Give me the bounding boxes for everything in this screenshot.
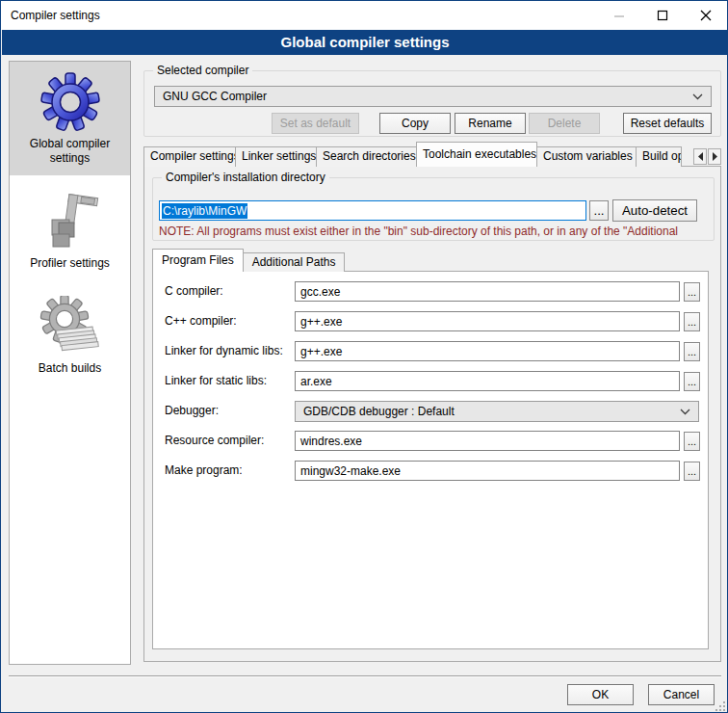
program-files-panel: C compiler: gcc.exe ... C++ compiler: g+… [152, 271, 709, 649]
make-program-input[interactable]: mingw32-make.exe [295, 461, 680, 481]
tab-scroll-controls [693, 148, 721, 165]
program-files-tabs: Program Files Additional Paths [152, 249, 344, 272]
compiler-settings-dialog: Compiler settings Global compiler settin… [0, 0, 728, 713]
form-row-make-program: Make program: mingw32-make.exe ... [153, 461, 708, 482]
rename-button[interactable]: Rename [455, 113, 526, 134]
field-label: Debugger: [165, 404, 219, 417]
titlebar: Compiler settings [1, 1, 727, 30]
chevron-down-icon [680, 409, 690, 415]
chevron-down-icon [692, 93, 703, 100]
gray-gear-stack-icon [39, 296, 101, 357]
browse-static-linker-button[interactable]: ... [684, 372, 700, 391]
dynamic-linker-input[interactable]: g++.exe [295, 341, 680, 361]
c-compiler-input[interactable]: gcc.exe [295, 281, 680, 302]
browse-dynamic-linker-button[interactable]: ... [684, 342, 700, 361]
sidebar-item-batch-builds[interactable]: Batch builds [10, 286, 130, 385]
settings-category-list: Global compiler settings Profiler settin… [9, 61, 131, 665]
ok-button[interactable]: OK [567, 684, 634, 705]
footer-divider [9, 675, 721, 677]
browse-make-program-button[interactable]: ... [684, 462, 700, 481]
field-value: windres.exe [300, 435, 362, 448]
installation-directory-input[interactable]: C:\raylib\MinGW [159, 200, 586, 221]
tab-search-directories[interactable]: Search directories [316, 146, 417, 167]
page-title: Global compiler settings [2, 30, 728, 55]
browse-cpp-compiler-button[interactable]: ... [684, 312, 700, 331]
field-label: Make program: [165, 463, 243, 477]
close-button[interactable] [684, 1, 727, 29]
set-as-default-button[interactable]: Set as default [272, 113, 359, 134]
tab-additional-paths[interactable]: Additional Paths [243, 252, 346, 272]
form-row-dynamic-linker: Linker for dynamic libs: g++.exe ... [153, 341, 708, 362]
field-label: C++ compiler: [165, 314, 237, 328]
arrow-left-icon [697, 152, 704, 161]
minimize-button[interactable] [597, 1, 640, 29]
form-row-static-linker: Linker for static libs: ar.exe ... [153, 371, 708, 392]
compiler-select[interactable]: GNU GCC Compiler [154, 86, 712, 107]
close-icon [700, 10, 712, 21]
field-value: gcc.exe [300, 285, 340, 299]
selected-compiler-group: Selected compiler GNU GCC Compiler Set a… [143, 70, 721, 137]
debugger-select[interactable]: GDB/CDB debugger : Default [295, 401, 699, 422]
static-linker-input[interactable]: ar.exe [295, 371, 680, 391]
tab-custom-variables[interactable]: Custom variables [536, 146, 637, 167]
browse-c-compiler-button[interactable]: ... [684, 282, 700, 302]
reset-defaults-button[interactable]: Reset defaults [623, 113, 712, 134]
dialog-body: Global compiler settings Profiler settin… [1, 55, 728, 713]
toolchain-executables-panel: Compiler's installation directory C:\ray… [143, 166, 721, 662]
compiler-select-value: GNU GCC Compiler [163, 90, 267, 103]
sidebar-item-global-compiler-settings[interactable]: Global compiler settings [10, 62, 130, 175]
arrow-right-icon [712, 152, 718, 161]
sidebar-item-label: Global compiler settings [10, 137, 130, 175]
form-row-c-compiler: C compiler: gcc.exe ... [153, 281, 708, 303]
settings-tabs: Compiler settings Linker settings Search… [143, 142, 721, 167]
tab-program-files[interactable]: Program Files [152, 249, 244, 272]
cancel-button[interactable]: Cancel [648, 684, 715, 705]
field-label: Linker for dynamic libs: [165, 344, 283, 357]
caliper-icon [39, 191, 101, 252]
tab-scroll-left-button[interactable] [693, 148, 707, 165]
window-title: Compiler settings [11, 9, 100, 22]
debugger-select-value: GDB/CDB debugger : Default [303, 405, 455, 418]
browse-directory-button[interactable]: ... [589, 200, 609, 221]
field-label: Resource compiler: [165, 434, 264, 447]
auto-detect-button[interactable]: Auto-detect [612, 199, 697, 222]
minimize-icon [613, 10, 625, 21]
resize-grip[interactable] [715, 700, 726, 712]
browse-resource-compiler-button[interactable]: ... [684, 432, 700, 451]
delete-button[interactable]: Delete [529, 113, 600, 134]
resource-compiler-input[interactable]: windres.exe [295, 431, 680, 451]
cpp-compiler-input[interactable]: g++.exe [295, 311, 680, 331]
field-label: Linker for static libs: [165, 374, 267, 387]
form-row-cpp-compiler: C++ compiler: g++.exe ... [153, 311, 708, 332]
sidebar-item-profiler-settings[interactable]: Profiler settings [10, 181, 130, 280]
field-value: ar.exe [300, 375, 332, 388]
tab-build-options[interactable]: Build options [636, 146, 682, 167]
group-label: Compiler's installation directory [162, 171, 329, 184]
form-row-debugger: Debugger: GDB/CDB debugger : Default [153, 401, 708, 422]
field-value: mingw32-make.exe [300, 464, 401, 478]
maximize-icon [657, 10, 668, 21]
tab-scroll-right-button[interactable] [708, 148, 721, 165]
field-value: g++.exe [300, 315, 342, 329]
blue-gear-icon [39, 71, 101, 133]
tab-toolchain-executables[interactable]: Toolchain executables [416, 142, 537, 167]
field-value: g++.exe [300, 345, 342, 358]
tab-linker-settings[interactable]: Linker settings [235, 146, 317, 167]
group-label: Selected compiler [153, 64, 252, 77]
sidebar-item-label: Batch builds [10, 361, 130, 385]
bin-subdirectory-note: NOTE: All programs must exist either in … [159, 224, 715, 238]
form-row-resource-compiler: Resource compiler: windres.exe ... [153, 431, 708, 452]
field-label: C compiler: [165, 284, 223, 298]
selected-text: C:\raylib\MinGW [162, 203, 247, 219]
sidebar-item-label: Profiler settings [10, 256, 130, 280]
copy-button[interactable]: Copy [379, 113, 451, 134]
tab-compiler-settings[interactable]: Compiler settings [143, 146, 236, 167]
maximize-button[interactable] [640, 1, 684, 29]
